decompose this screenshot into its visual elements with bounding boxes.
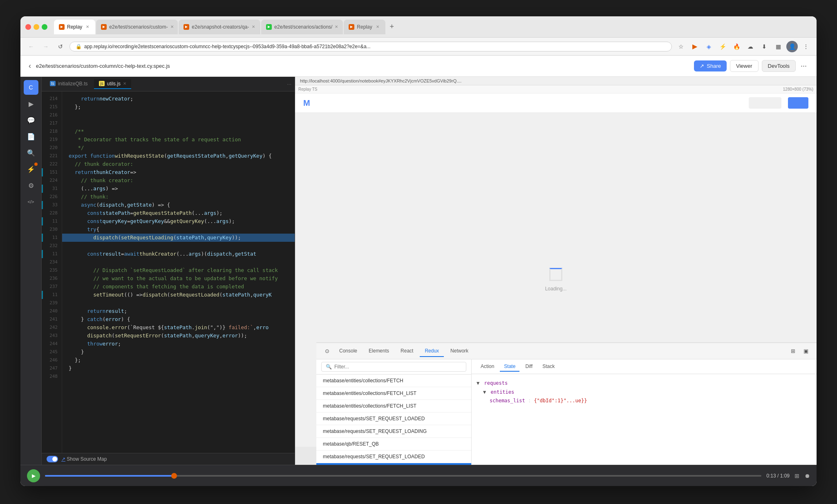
sidebar-settings-icon[interactable]: ⚙ xyxy=(24,178,38,193)
tree-requests-node[interactable]: ▼ requests ▼ entities sc xyxy=(477,379,812,406)
tab-replay-1[interactable]: ▶ Replay ✕ xyxy=(54,20,95,34)
record-button[interactable]: ⏺ xyxy=(804,473,810,479)
filter-input-wrapper[interactable]: 🔍 xyxy=(321,362,466,372)
tree-key-schemas-list: schemas_list xyxy=(490,398,525,404)
devtools-tab-redux[interactable]: Redux xyxy=(420,346,444,357)
extension-btn-6[interactable]: ⬇ xyxy=(759,41,770,52)
detail-tab-diff[interactable]: Diff xyxy=(521,362,537,372)
browser-actions: ☆ ▶ ◈ ⚡ 🔥 ☁ ⬇ ▦ 👤 ⋮ xyxy=(675,41,812,52)
devtools-tab-network[interactable]: Network xyxy=(445,346,473,357)
sidebar-play-icon[interactable]: ▶ xyxy=(24,96,38,111)
close-button[interactable] xyxy=(25,24,31,30)
chrome-menu-button[interactable]: ⋮ xyxy=(800,41,812,52)
editor-tab-close-utils[interactable]: ✕ xyxy=(123,81,126,86)
line-num-228: 228 xyxy=(42,209,62,217)
sidebar-badge-icon[interactable]: ⚡ xyxy=(24,162,38,176)
maximize-button[interactable] xyxy=(42,24,47,30)
tab-actions[interactable]: ▶ e2e/test/scenarios/actions/ ✕ xyxy=(261,20,343,34)
extension-replay-btn[interactable]: ▶ xyxy=(689,41,700,52)
extension-btn-2[interactable]: ◈ xyxy=(703,41,714,52)
extension-btn-4[interactable]: 🔥 xyxy=(731,41,742,52)
tab-close-3[interactable]: ✕ xyxy=(251,24,255,30)
extension-btn-7[interactable]: ▦ xyxy=(772,41,784,52)
profile-button[interactable]: 👤 xyxy=(786,41,798,52)
code-line-218: /** xyxy=(62,127,295,136)
devtools-tab-react[interactable]: React xyxy=(396,346,418,357)
sidebar-chat-icon[interactable]: 💬 xyxy=(24,113,38,127)
back-nav-button[interactable]: ← xyxy=(25,41,37,52)
bookmark-button[interactable]: ☆ xyxy=(675,41,687,52)
viewer-button[interactable]: Viewer xyxy=(730,60,759,72)
new-tab-button[interactable]: + xyxy=(386,21,398,33)
more-button[interactable]: ··· xyxy=(799,62,808,70)
code-line-222: // thunk decorator: xyxy=(62,160,295,168)
devtools-tab-elements[interactable]: Elements xyxy=(364,346,394,357)
action-item-3[interactable]: metabase/requests/SET_REQUEST_LOADED xyxy=(316,413,471,425)
code-line-241: } catch (error) { xyxy=(62,315,295,323)
show-source-map-link[interactable]: ↗ Show Source Map xyxy=(61,456,107,462)
detail-tab-stack[interactable]: Stack xyxy=(538,362,559,372)
screen-size-button[interactable]: ⊞ xyxy=(794,473,799,479)
timeline-thumb[interactable] xyxy=(171,473,177,479)
preview-url-text: http://localhost:4000/question/notebook#… xyxy=(300,78,461,83)
tree-arrow-entities[interactable]: ▼ xyxy=(483,389,486,395)
devtools-popout-button[interactable]: ⊞ xyxy=(787,346,799,357)
share-label: Share xyxy=(707,63,721,69)
forward-nav-button[interactable]: → xyxy=(40,41,51,52)
action-item-2[interactable]: metabase/entities/collections/FETCH_LIST xyxy=(316,400,471,413)
tree-key-entities: entities xyxy=(490,389,514,395)
devtools-dock-button[interactable]: ▣ xyxy=(800,346,812,357)
sidebar-code-icon[interactable]: </> xyxy=(24,194,38,209)
action-item-0[interactable]: metabase/entities/collections/FETCH xyxy=(316,375,471,387)
tab-close-5[interactable]: ✕ xyxy=(375,24,380,30)
action-item-5[interactable]: metabase/qb/RESET_QB xyxy=(316,438,471,450)
editor-tab-label-utils: utils.js xyxy=(107,81,121,87)
tab-e2e-custom[interactable]: ▶ e2e/test/scenarios/custom- ✕ xyxy=(96,20,178,34)
devtools-tab-console[interactable]: Console xyxy=(334,346,362,357)
action-item-1[interactable]: metabase/entities/collections/FETCH_LIST xyxy=(316,387,471,400)
timeline[interactable] xyxy=(45,475,761,477)
code-line-246: }; xyxy=(62,356,295,364)
tab-close-2[interactable]: ✕ xyxy=(170,24,174,30)
share-button[interactable]: ↗ Share xyxy=(694,60,727,71)
tab-close-4[interactable]: ✕ xyxy=(335,24,338,30)
action-item-4[interactable]: metabase/requests/SET_REQUEST_LOADING xyxy=(316,425,471,438)
line-num-247: 247 xyxy=(42,364,62,372)
detail-tab-action[interactable]: Action xyxy=(477,362,498,372)
tab-snapshot[interactable]: ▶ e2e/snapshot-creators/qa- ✕ xyxy=(179,20,260,34)
address-bar[interactable]: 🔒 app.replay.io/recording/e2etestscenari… xyxy=(69,42,672,51)
mock-search xyxy=(749,97,781,109)
sidebar-search-icon[interactable]: 🔍 xyxy=(24,145,38,160)
title-bar: ▶ Replay ✕ ▶ e2e/test/scenarios/custom- … xyxy=(20,16,817,38)
source-map-toggle[interactable] xyxy=(47,456,58,462)
minimize-button[interactable] xyxy=(34,24,39,30)
action-list: metabase/entities/collections/FETCH meta… xyxy=(316,375,471,465)
line-num-221: 221 xyxy=(42,152,62,160)
editor-tab-initialize[interactable]: ts initializeQB.ts xyxy=(45,79,92,89)
extension-btn-3[interactable]: ⚡ xyxy=(717,41,728,52)
sidebar-logo-icon[interactable]: C xyxy=(24,80,38,95)
tree-arrow-requests[interactable]: ▼ xyxy=(477,380,479,386)
devtools-icon-target[interactable]: ⊙ xyxy=(321,346,333,357)
devtools-button[interactable]: DevTools xyxy=(762,60,796,72)
detail-tab-state[interactable]: State xyxy=(500,362,519,372)
play-button[interactable]: ▶ xyxy=(27,469,40,482)
tab-close-1[interactable]: ✕ xyxy=(85,24,90,30)
code-line-232 xyxy=(62,242,295,250)
code-line-219: * Decorator that tracks the state of a r… xyxy=(62,136,295,144)
tab-replay-5[interactable]: ▶ Replay ✕ xyxy=(344,20,385,34)
sidebar-file-icon[interactable]: 📄 xyxy=(24,129,38,144)
back-button[interactable]: ‹ xyxy=(29,62,31,70)
action-item-7-selected[interactable]: metabase/requests/SET_REQUEST_LOADING xyxy=(316,463,471,465)
filter-text-input[interactable] xyxy=(334,364,462,370)
line-num-230: 230 xyxy=(42,225,62,234)
line-num-224: 224 xyxy=(42,176,62,185)
tree-entities-node[interactable]: ▼ entities schemas_list : {"dbId":1}"...… xyxy=(483,388,812,406)
action-item-6[interactable]: metabase/requests/SET_REQUEST_LOADED xyxy=(316,450,471,463)
editor-tab-utils[interactable]: js utils.js ✕ xyxy=(94,79,131,89)
detail-tabs: Action State Diff Stack xyxy=(472,359,817,374)
code-line-226: // thunk: xyxy=(62,193,295,201)
extension-btn-5[interactable]: ☁ xyxy=(745,41,756,52)
reload-nav-button[interactable]: ↺ xyxy=(55,41,66,52)
editor-more-button[interactable]: ··· xyxy=(287,81,291,87)
